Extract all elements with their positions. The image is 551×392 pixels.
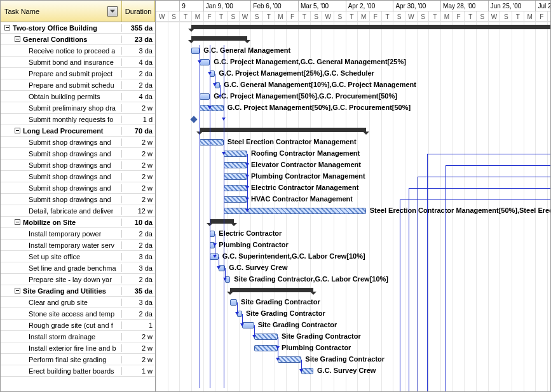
collapse-icon[interactable]: [15, 128, 20, 133]
task-name-cell[interactable]: Submit shop drawings and: [1, 196, 122, 203]
task-row[interactable]: Clear and grub site3 da: [1, 297, 155, 308]
task-bar[interactable]: [200, 139, 223, 145]
dependency-link: [446, 165, 550, 166]
task-row[interactable]: Prepare and submit schedu2 da: [1, 79, 155, 91]
task-bar[interactable]: [254, 334, 278, 340]
task-name-label: Site Grading and Utilities: [23, 287, 106, 295]
task-name-cell[interactable]: Prepare and submit schedu: [1, 81, 122, 89]
task-name-cell[interactable]: Two-story Office Building: [1, 24, 122, 32]
task-name-cell[interactable]: Submit bond and insurance: [1, 58, 122, 66]
task-row[interactable]: Perform final site grading2 w: [1, 354, 155, 365]
gantt-chart[interactable]: 9Jan 9, '00Feb 6, '00Mar 5, '00Apr 2, '0…: [156, 1, 550, 391]
task-row[interactable]: Set up site office3 da: [1, 251, 155, 262]
task-name-cell[interactable]: Submit monthly requests fo: [1, 116, 122, 123]
task-row[interactable]: Install storm drainage2 w: [1, 331, 155, 342]
task-name-cell[interactable]: Install exterior fire line and b: [1, 344, 122, 352]
dependency-link: [427, 154, 550, 154]
task-row[interactable]: Submit monthly requests fo1 d: [1, 114, 155, 125]
task-name-cell[interactable]: Install storm drainage: [1, 333, 122, 341]
collapse-icon[interactable]: [15, 219, 20, 225]
task-bar[interactable]: [230, 299, 237, 306]
task-row[interactable]: Submit shop drawings and2 w: [1, 159, 155, 171]
task-bar[interactable]: [210, 231, 215, 237]
collapse-icon[interactable]: [4, 25, 10, 30]
task-bar[interactable]: [224, 151, 247, 157]
gantt-row: G.C. Survey Crew: [156, 262, 550, 274]
task-name-cell[interactable]: Submit preliminary shop dra: [1, 104, 122, 112]
task-row[interactable]: Submit shop drawings and2 w: [1, 171, 155, 182]
task-row[interactable]: Erect building batter boards1 w: [1, 365, 155, 377]
task-bar[interactable]: [254, 345, 278, 351]
task-row[interactable]: Submit bond and insurance4 da: [1, 57, 155, 68]
task-row[interactable]: Mobilize on Site10 da: [1, 217, 155, 228]
summary-bar[interactable]: [191, 25, 550, 29]
column-header-task[interactable]: Task Name: [1, 1, 122, 22]
task-bar[interactable]: [224, 162, 247, 168]
task-row[interactable]: Two-story Office Building355 da: [1, 22, 155, 34]
task-row[interactable]: Stone site access and temp2 da: [1, 308, 155, 320]
task-name-cell[interactable]: Submit shop drawings and: [1, 184, 122, 192]
task-name-cell[interactable]: Submit shop drawings and: [1, 139, 122, 146]
task-name-cell[interactable]: Erect building batter boards: [1, 367, 122, 375]
task-row[interactable]: Submit preliminary shop dra2 w: [1, 102, 155, 114]
task-name-cell[interactable]: Submit shop drawings and: [1, 161, 122, 169]
task-name-cell[interactable]: Perform final site grading: [1, 356, 122, 363]
task-name-cell[interactable]: Submit shop drawings and: [1, 150, 122, 158]
task-row[interactable]: Install exterior fire line and b2 w: [1, 342, 155, 354]
task-row[interactable]: Install temporary water serv2 da: [1, 240, 155, 251]
collapse-icon[interactable]: [15, 288, 20, 294]
task-name-cell[interactable]: Site Grading and Utilities: [1, 287, 122, 295]
summary-bar[interactable]: [191, 36, 247, 41]
collapse-icon[interactable]: [15, 36, 20, 42]
task-name-cell[interactable]: Prepare and submit project: [1, 70, 122, 78]
task-bar[interactable]: [224, 185, 247, 191]
milestone-marker[interactable]: [190, 116, 197, 123]
dependency-arrow-icon: [240, 323, 244, 327]
task-name-cell[interactable]: Clear and grub site: [1, 299, 122, 306]
task-row[interactable]: Submit shop drawings and2 w: [1, 148, 155, 159]
task-row[interactable]: Site Grading and Utilities35 da: [1, 285, 155, 297]
task-name-label: Erect building batter boards: [29, 367, 114, 375]
task-row[interactable]: Submit shop drawings and2 w: [1, 182, 155, 194]
summary-bar[interactable]: [200, 128, 365, 132]
task-name-cell[interactable]: Obtain building permits: [1, 93, 122, 100]
task-bar[interactable]: [224, 173, 247, 180]
column-header-duration[interactable]: Duration: [122, 1, 155, 22]
task-row[interactable]: Prepare site - lay down yar2 da: [1, 274, 155, 285]
task-filter-dropdown[interactable]: [107, 6, 118, 17]
task-bar[interactable]: [224, 196, 247, 203]
task-name-cell[interactable]: Long Lead Procurement: [1, 127, 122, 135]
task-row[interactable]: Set line and grade benchma3 da: [1, 262, 155, 274]
task-bar[interactable]: [278, 356, 301, 363]
task-row[interactable]: Submit shop drawings and2 w: [1, 137, 155, 148]
task-bar[interactable]: [200, 93, 210, 100]
task-row[interactable]: General Conditions23 da: [1, 34, 155, 45]
summary-bar[interactable]: [230, 288, 313, 292]
task-bar[interactable]: [191, 48, 200, 54]
task-name-cell[interactable]: Install temporary power: [1, 230, 122, 238]
task-name-cell[interactable]: Detail, fabricate and deliver: [1, 207, 122, 215]
task-row[interactable]: Prepare and submit project2 da: [1, 68, 155, 79]
task-name-cell[interactable]: Submit shop drawings and: [1, 173, 122, 180]
task-row[interactable]: Long Lead Procurement70 da: [1, 125, 155, 137]
task-row[interactable]: Install temporary power2 da: [1, 228, 155, 240]
dependency-link: [210, 45, 210, 388]
task-row[interactable]: Submit shop drawings and2 w: [1, 194, 155, 205]
task-name-cell[interactable]: Prepare site - lay down yar: [1, 276, 122, 283]
task-name-cell[interactable]: General Conditions: [1, 36, 122, 43]
task-duration-cell: 2 da: [122, 70, 155, 78]
gantt-body[interactable]: G.C. General ManagementG.C. Project Mana…: [156, 22, 550, 391]
task-name-cell[interactable]: Receive notice to proceed a: [1, 47, 122, 55]
task-row[interactable]: Detail, fabricate and deliver12 w: [1, 205, 155, 217]
task-name-cell[interactable]: Mobilize on Site: [1, 219, 122, 226]
task-name-cell[interactable]: Set up site office: [1, 253, 122, 260]
task-name-cell[interactable]: Rough grade site (cut and f: [1, 321, 122, 329]
summary-bar[interactable]: [210, 219, 233, 224]
task-row[interactable]: Rough grade site (cut and f1: [1, 320, 155, 331]
task-row[interactable]: Obtain building permits4 da: [1, 91, 155, 102]
gantt-row: G.C. Project Management,G.C. General Man…: [156, 57, 550, 68]
task-row[interactable]: Receive notice to proceed a3 da: [1, 45, 155, 57]
task-name-cell[interactable]: Set line and grade benchma: [1, 264, 122, 272]
task-name-cell[interactable]: Install temporary water serv: [1, 241, 122, 249]
task-name-cell[interactable]: Stone site access and temp: [1, 310, 122, 318]
